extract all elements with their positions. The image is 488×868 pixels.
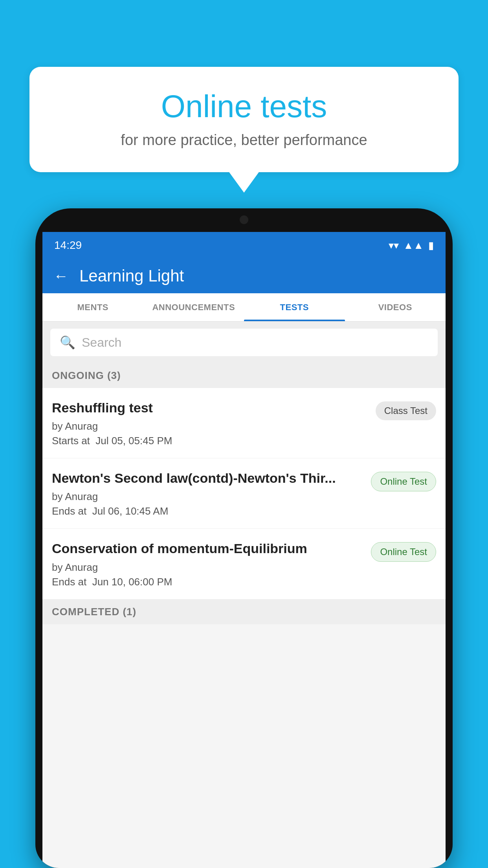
- status-bar: 14:29 ▾▾ ▲▲ ▮: [42, 232, 446, 259]
- test-item[interactable]: Conservation of momentum-Equilibrium by …: [42, 529, 446, 599]
- tab-announcements[interactable]: ANNOUNCEMENTS: [143, 293, 244, 321]
- tabs-bar: MENTS ANNOUNCEMENTS TESTS VIDEOS: [42, 293, 446, 322]
- tab-ments[interactable]: MENTS: [42, 293, 143, 321]
- signal-icon: ▲▲: [404, 239, 424, 252]
- search-bar[interactable]: 🔍 Search: [50, 329, 438, 356]
- back-button[interactable]: ←: [53, 268, 68, 285]
- test-info: Reshuffling test by Anurag Starts at Jul…: [52, 399, 369, 447]
- test-time: Ends at Jun 10, 06:00 PM: [52, 576, 365, 588]
- test-badge-online: Online Test: [371, 542, 436, 562]
- phone-screen: 14:29 ▾▾ ▲▲ ▮ ← Learning Light MENTS ANN…: [42, 232, 446, 868]
- tab-tests[interactable]: TESTS: [244, 293, 345, 321]
- test-info: Newton's Second law(contd)-Newton's Thir…: [52, 469, 365, 517]
- test-name: Reshuffling test: [52, 399, 369, 416]
- test-list: Reshuffling test by Anurag Starts at Jul…: [42, 388, 446, 600]
- phone-frame: 14:29 ▾▾ ▲▲ ▮ ← Learning Light MENTS ANN…: [35, 208, 453, 868]
- bubble-title: Online tests: [53, 88, 435, 125]
- search-input[interactable]: Search: [82, 335, 121, 350]
- front-camera: [240, 215, 248, 224]
- phone-notch: [213, 208, 275, 232]
- app-title: Learning Light: [79, 267, 184, 285]
- test-time: Starts at Jul 05, 05:45 PM: [52, 435, 369, 447]
- battery-icon: ▮: [428, 239, 434, 252]
- test-author: by Anurag: [52, 420, 369, 432]
- search-container: 🔍 Search: [42, 322, 446, 363]
- speech-bubble: Online tests for more practice, better p…: [29, 67, 459, 172]
- test-badge-class: Class Test: [376, 401, 436, 420]
- test-item[interactable]: Newton's Second law(contd)-Newton's Thir…: [42, 458, 446, 529]
- test-name: Newton's Second law(contd)-Newton's Thir…: [52, 469, 365, 487]
- search-icon: 🔍: [60, 335, 75, 350]
- completed-section-header: COMPLETED (1): [42, 600, 446, 624]
- ongoing-section-header: ONGOING (3): [42, 363, 446, 388]
- bubble-subtitle: for more practice, better performance: [53, 132, 435, 149]
- wifi-icon: ▾▾: [389, 239, 399, 252]
- tab-videos[interactable]: VIDEOS: [345, 293, 446, 321]
- status-icons: ▾▾ ▲▲ ▮: [389, 239, 434, 252]
- test-info: Conservation of momentum-Equilibrium by …: [52, 540, 365, 588]
- status-time: 14:29: [54, 239, 82, 252]
- test-author: by Anurag: [52, 561, 365, 574]
- app-header: ← Learning Light: [42, 259, 446, 293]
- test-name: Conservation of momentum-Equilibrium: [52, 540, 365, 557]
- test-item[interactable]: Reshuffling test by Anurag Starts at Jul…: [42, 388, 446, 458]
- test-author: by Anurag: [52, 491, 365, 503]
- test-time: Ends at Jul 06, 10:45 AM: [52, 505, 365, 517]
- test-badge-online: Online Test: [371, 472, 436, 491]
